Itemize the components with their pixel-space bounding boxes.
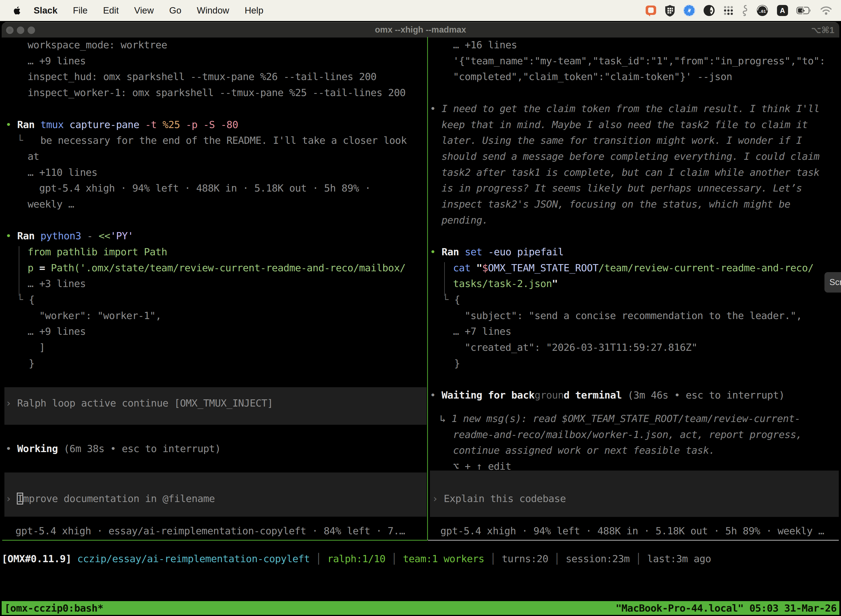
text-segment: is in progress? It seems likely but perh… xyxy=(441,182,802,194)
text-segment: • xyxy=(6,230,17,242)
text-segment: │ xyxy=(310,553,327,565)
text-segment: └ xyxy=(442,294,454,305)
text-segment: └ xyxy=(17,294,29,305)
text-segment: readme-and-reco/mailbox/worker-1.json, a… xyxy=(453,429,802,440)
text-segment: -t xyxy=(139,119,157,130)
terminal-line: … +9 lines xyxy=(28,53,86,69)
code-block-connector xyxy=(19,246,19,296)
terminal-line: • Ran tmux capture-pane -t %25 -p -S -80 xyxy=(6,117,238,133)
terminal-line: • Working (6m 38s • esc to interrupt) xyxy=(6,441,221,457)
text-segment: " xyxy=(476,262,482,273)
terminal-line: • Waiting for background terminal (3m 46… xyxy=(430,387,785,403)
inactive-pane-bottom-border xyxy=(428,540,839,541)
text-segment: workspace_mode: worktree xyxy=(28,39,167,50)
text-segment: … +3 lines xyxy=(28,278,86,289)
terminal-line: inspect_worker-1: omx sparkshell --tmux-… xyxy=(28,85,406,101)
text-segment: Working xyxy=(17,443,64,454)
text-segment: "completed","claim_token":"claim-token"}… xyxy=(453,71,732,82)
terminal-line: should send a message before completing … xyxy=(441,148,819,164)
text-segment: - xyxy=(81,230,98,242)
terminal-line: › Improve documentation in @filename xyxy=(6,491,215,507)
terminal-line: ] xyxy=(39,339,45,355)
terminal-line: … +7 lines xyxy=(453,323,511,339)
text-segment: from pathlib import Path xyxy=(28,246,167,258)
text-segment: pending. xyxy=(441,214,488,226)
text-segment: … +110 lines xyxy=(28,167,97,178)
active-pane-bottom-border xyxy=(2,540,427,541)
text-segment: │ xyxy=(484,553,502,565)
terminal-line: tasks/task-2.json" xyxy=(453,276,558,292)
text-segment: session:23m xyxy=(566,553,630,565)
text-segment: { xyxy=(29,294,35,305)
terminal-line: } xyxy=(454,355,460,371)
terminal-line: continue assigned work or next feasible … xyxy=(453,442,715,458)
text-segment: inspect_worker-1: omx sparkshell --tmux-… xyxy=(28,87,406,98)
terminal-line: … +110 lines xyxy=(28,164,97,180)
text-segment: … +7 lines xyxy=(453,326,511,337)
terminal-line: • Ran python3 - <<'PY' xyxy=(6,228,133,244)
terminal-line: gpt-5.4 xhigh · 94% left · 488K in · 5.1… xyxy=(39,180,371,196)
text-segment: cczip/essay/ai-reimplementation-copyleft xyxy=(77,553,310,565)
text-segment: be necessary for the end of the README. … xyxy=(23,135,407,146)
terminal-line: is in progress? It seems likely but perh… xyxy=(441,180,802,196)
terminal-line: inspect_hud: omx sparkshell --tmux-pane … xyxy=(28,69,377,85)
text-segment: Ran xyxy=(441,246,464,258)
text-segment: • xyxy=(430,389,441,401)
text-segment: task2 after task1 is complete, but can I… xyxy=(441,167,819,178)
terminal-line: › Ralph loop active continue [OMX_TMUX_I… xyxy=(6,395,273,411)
terminal-line: • Ran set -euo pipefail xyxy=(430,244,564,260)
text-segment: << xyxy=(98,230,110,242)
text-segment: › xyxy=(6,397,17,409)
text-segment: %25 xyxy=(157,119,180,130)
text-segment: │ xyxy=(548,553,566,565)
text-segment: OMX_TEAM_STATE_ROOT xyxy=(488,262,598,273)
text-segment: [OMX#0.11.9] xyxy=(1,553,77,565)
text-segment: last:3m ago xyxy=(647,553,711,565)
text-segment: Ralph loop active continue [OMX_TMUX_INJ… xyxy=(17,397,273,409)
text-segment: ⌥ + ↑ edit xyxy=(453,461,511,472)
text-segment: } xyxy=(454,358,460,369)
terminal-line: readme-and-reco/mailbox/worker-1.json, a… xyxy=(453,427,802,443)
terminal-content: workspace_mode: worktree… +9 linesinspec… xyxy=(0,0,841,616)
text-segment: • xyxy=(430,246,441,258)
terminal-line: workspace_mode: worktree xyxy=(28,37,167,53)
terminal-line: keep that in mind. Maybe I also need the… xyxy=(441,117,808,133)
text-segment: turns:20 xyxy=(502,553,548,565)
text-segment: set xyxy=(464,246,482,258)
terminal-line: … +16 lines xyxy=(453,37,517,53)
text-segment: { xyxy=(454,294,460,305)
terminal-line: cat "$OMX_TEAM_STATE_ROOT/team/review-cu… xyxy=(453,260,814,276)
text-segment: › xyxy=(432,493,444,504)
terminal-line: gpt-5.4 xhigh · 94% left · 488K in · 5.1… xyxy=(440,523,824,539)
text-segment: • xyxy=(6,119,17,130)
text-segment: $ xyxy=(482,262,488,273)
text-segment: gpt-5.4 xhigh · 94% left · 488K in · 5.1… xyxy=(39,182,371,194)
tmux-status-bar: [omx-cczip0:bash* "MacBook-Pro-44.local"… xyxy=(1,601,840,615)
text-segment: │ xyxy=(630,553,647,565)
text-segment: › xyxy=(6,493,17,504)
terminal-line: task2 after task1 is complete, but can I… xyxy=(441,164,819,180)
text-segment: Waiting for back xyxy=(441,389,535,401)
text-segment: Ran xyxy=(17,230,40,242)
text-segment: p xyxy=(28,262,39,273)
text-segment: (6m 38s • esc to interrupt) xyxy=(64,443,221,454)
text-segment: • xyxy=(430,103,441,114)
text-segment: "subject": "send a concise recommendatio… xyxy=(464,310,802,321)
tmux-session-label[interactable]: [omx-cczip0:bash* xyxy=(4,603,103,614)
terminal-line: … +3 lines xyxy=(28,276,86,292)
terminal-line: } xyxy=(29,355,35,371)
screen-notification-tooltip: Scre xyxy=(825,272,841,293)
text-segment: weekly … xyxy=(28,198,74,210)
text-segment: -euo pipefail xyxy=(482,246,564,258)
terminal-line: '{"team_name":"my-team","task_id":"1","f… xyxy=(453,53,825,69)
text-segment: inspect_hud: omx sparkshell --tmux-pane … xyxy=(28,71,377,82)
text-segment: … +16 lines xyxy=(453,39,517,50)
text-segment: └ xyxy=(17,135,23,146)
text-segment: d terminal xyxy=(564,389,622,401)
text-segment: I need to get the claim token from the c… xyxy=(441,103,819,114)
text-segment: Ran xyxy=(17,119,40,130)
text-segment: -p -S -80 xyxy=(180,119,238,130)
terminal-line: "created_at": "2026-03-31T11:59:27.816Z" xyxy=(464,339,697,355)
text-segment: python3 xyxy=(40,230,81,242)
terminal-line: "worker": "worker-1", xyxy=(39,308,161,324)
